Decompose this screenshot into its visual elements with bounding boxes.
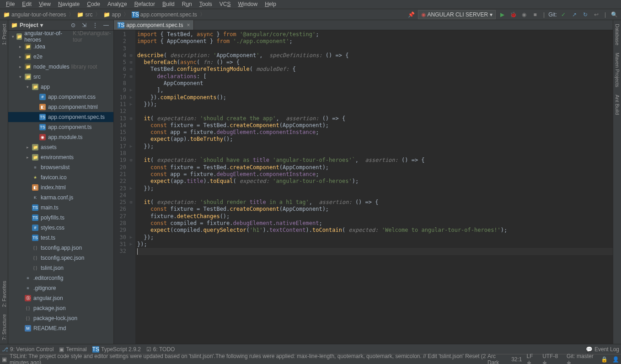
tree-item[interactable]: Ⓐangular.json bbox=[8, 293, 113, 303]
tree-item[interactable]: ▸📁.idea bbox=[8, 42, 113, 52]
menu-refactor[interactable]: Refactor bbox=[131, 0, 159, 9]
tree-item[interactable]: ▾📁app bbox=[8, 82, 113, 92]
tree-item-label: index.html bbox=[41, 184, 66, 191]
git-label: Git: bbox=[548, 11, 557, 18]
hide-panel-icon[interactable]: — bbox=[102, 21, 111, 30]
tree-item[interactable]: TSapp.component.ts bbox=[8, 122, 113, 132]
tree-item[interactable]: MREADME.md bbox=[8, 323, 113, 333]
tree-item[interactable]: Kkarma.conf.js bbox=[8, 193, 113, 203]
maven-tab[interactable]: Maven Projects bbox=[614, 49, 621, 91]
tree-item[interactable]: #app.component.css bbox=[8, 92, 113, 102]
pin-icon[interactable]: 📌 bbox=[407, 10, 416, 19]
tree-item[interactable]: ▸📁node_moduleslibrary root bbox=[8, 62, 113, 72]
structure-tab[interactable]: 7: Structure bbox=[0, 310, 8, 344]
tree-item[interactable]: ◧app.component.html bbox=[8, 102, 113, 112]
tree-item[interactable]: ≡.editorconfig bbox=[8, 273, 113, 283]
tree-item[interactable]: { }tsconfig.app.json bbox=[8, 243, 113, 253]
tree-item-label: package-lock.json bbox=[33, 315, 77, 321]
settings-icon[interactable]: ⋮ bbox=[91, 21, 100, 30]
git-history-button[interactable]: ↻ bbox=[581, 10, 590, 19]
tree-item[interactable]: ▸📁assets bbox=[8, 142, 113, 152]
tree-item[interactable]: ◉app.module.ts bbox=[8, 132, 113, 142]
window-icon[interactable]: ▣ bbox=[2, 356, 7, 363]
tree-item[interactable]: ★favicon.ico bbox=[8, 172, 113, 182]
lock-icon[interactable]: 🔒 bbox=[601, 356, 608, 363]
tree-item[interactable]: ▾📁angular-tour-of-heroesK:\Dev\angular-t… bbox=[8, 32, 113, 42]
menu-tools[interactable]: Tools bbox=[196, 0, 216, 9]
menu-code[interactable]: Code bbox=[83, 0, 104, 9]
tree-item[interactable]: TSpolyfills.ts bbox=[8, 213, 113, 223]
menubar: File Edit View Navigate Code Analyze Ref… bbox=[0, 0, 621, 9]
menu-edit[interactable]: Edit bbox=[18, 0, 35, 9]
tree-item[interactable]: TSmain.ts bbox=[8, 203, 113, 213]
git-branch[interactable]: Git: master ≑ bbox=[567, 353, 596, 364]
git-update-button[interactable]: ✓ bbox=[559, 10, 568, 19]
tree-item[interactable]: ◧index.html bbox=[8, 182, 113, 193]
line-separator[interactable]: LF ≑ bbox=[527, 353, 538, 364]
tree-item[interactable]: { }package-lock.json bbox=[8, 313, 113, 323]
module-icon: ◉ bbox=[39, 134, 46, 140]
tree-item[interactable]: TStest.ts bbox=[8, 233, 113, 243]
coverage-button[interactable]: ◉ bbox=[519, 10, 529, 19]
tree-item[interactable]: ≡browserslist bbox=[8, 162, 113, 172]
fold-gutter[interactable]: ⊟⊟⊟⊟⊢⊢⊢⊟⊢⊟⊢⊟⊢⊢ bbox=[130, 30, 135, 344]
breadcrumb-file[interactable]: TS app.component.spec.ts bbox=[131, 11, 198, 18]
chevron-down-icon: ▾ bbox=[490, 11, 493, 18]
terminal-tab[interactable]: ▣Terminal bbox=[59, 346, 86, 353]
tree-item[interactable]: #styles.css bbox=[8, 223, 113, 233]
search-button[interactable]: 🔍 bbox=[610, 10, 619, 19]
breadcrumb-app[interactable]: 📁 app bbox=[102, 11, 122, 18]
theme-label[interactable]: Arc Dark bbox=[487, 353, 507, 364]
menu-file[interactable]: File bbox=[2, 0, 18, 9]
editor-tab[interactable]: TS app.component.spec.ts × bbox=[114, 20, 194, 30]
collapse-all-icon[interactable]: ⇲ bbox=[80, 21, 89, 30]
breadcrumb-src[interactable]: 📁 src bbox=[76, 11, 93, 18]
menu-navigate[interactable]: Navigate bbox=[54, 0, 83, 9]
tree-item[interactable]: ▾📁src bbox=[8, 72, 113, 82]
menu-run[interactable]: Run bbox=[178, 0, 196, 9]
karma-icon: K bbox=[32, 194, 38, 201]
code-content[interactable]: import { TestBed, async } from '@angular… bbox=[135, 30, 613, 344]
project-panel-title[interactable]: 📁 Project ▾ bbox=[11, 22, 43, 28]
target-icon[interactable]: ⊙ bbox=[69, 21, 78, 30]
code-editor[interactable]: 1234567891011121314151617181920212223242… bbox=[114, 30, 613, 344]
folder-icon: 📁 bbox=[32, 154, 38, 161]
ts-icon: TS bbox=[39, 114, 46, 120]
menu-analyze[interactable]: Analyze bbox=[104, 0, 131, 9]
run-config-dropdown[interactable]: ◉ ANGULAR CLI SERVER ▾ bbox=[418, 10, 496, 19]
menu-build[interactable]: Build bbox=[159, 0, 178, 9]
encoding[interactable]: UTF-8 ≑ bbox=[542, 353, 562, 364]
git-revert-button[interactable]: ↩ bbox=[592, 10, 601, 19]
folder-dark-icon: 📁 bbox=[25, 54, 31, 60]
menu-view[interactable]: View bbox=[35, 0, 54, 9]
tree-item[interactable]: ▸📁e2e bbox=[8, 52, 113, 62]
menu-help[interactable]: Help bbox=[261, 0, 280, 9]
inspector-icon[interactable]: 👤 bbox=[612, 356, 619, 363]
run-button[interactable]: ▶ bbox=[498, 10, 507, 19]
todo-tab[interactable]: ☑6: TODO bbox=[146, 346, 175, 353]
event-log-tab[interactable]: 💬Event Log bbox=[586, 346, 619, 353]
typescript-tab[interactable]: TSTypeScript 2.9.2 bbox=[92, 346, 141, 353]
breadcrumb-project[interactable]: 📁 angular-tour-of-heroes bbox=[2, 11, 67, 18]
debug-button[interactable]: 🐞 bbox=[509, 10, 518, 19]
favorites-tab[interactable]: 2: Favorites bbox=[0, 277, 8, 310]
tree-item-label: src bbox=[33, 74, 41, 80]
tree-item[interactable]: { }tsconfig.spec.json bbox=[8, 253, 113, 263]
menu-window[interactable]: Window bbox=[234, 0, 261, 9]
tree-item[interactable]: { }package.json bbox=[8, 303, 113, 313]
project-tab[interactable]: 1: Project bbox=[0, 20, 8, 48]
tree-item[interactable]: ▸📁environments bbox=[8, 152, 113, 162]
menu-vcs[interactable]: VCS bbox=[216, 0, 235, 9]
editor-area: TS app.component.spec.ts × 1234567891011… bbox=[114, 20, 613, 344]
stop-button[interactable]: ■ bbox=[530, 10, 540, 19]
git-commit-button[interactable]: ↗ bbox=[570, 10, 579, 19]
tree-item[interactable]: TSapp.component.spec.ts bbox=[8, 112, 113, 122]
folder-dark-icon: 📁 bbox=[25, 64, 31, 70]
tree-item[interactable]: { }tslint.json bbox=[8, 263, 113, 273]
tab-label: app.component.spec.ts bbox=[126, 22, 183, 28]
tree-item[interactable]: ≡.gitignore bbox=[8, 283, 113, 293]
database-tab[interactable]: Database bbox=[614, 20, 621, 49]
close-icon[interactable]: × bbox=[187, 22, 190, 28]
antbuild-tab[interactable]: Ant Build bbox=[614, 91, 621, 118]
version-control-tab[interactable]: ⎇9: Version Control bbox=[2, 346, 54, 353]
